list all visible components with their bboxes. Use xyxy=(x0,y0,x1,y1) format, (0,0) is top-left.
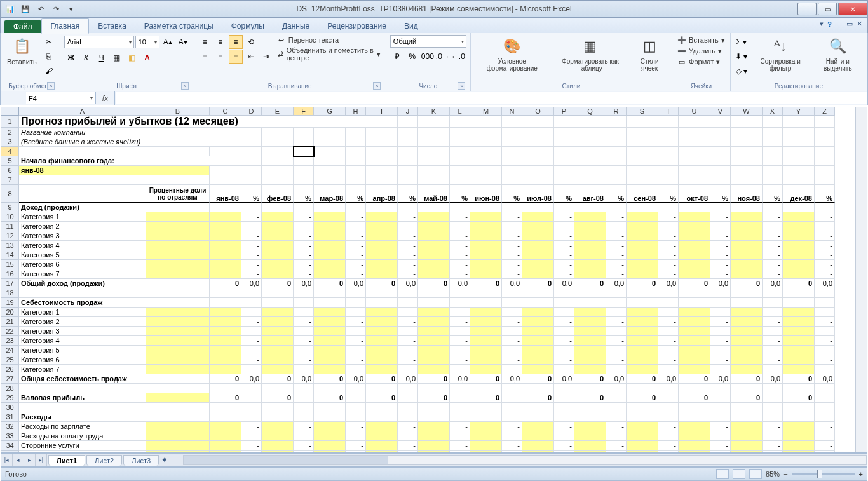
cell[interactable]: - xyxy=(241,422,262,431)
wrap-text-button[interactable]: ↩Перенос текста xyxy=(276,35,382,45)
cell[interactable]: - xyxy=(502,327,522,336)
column-header-T[interactable]: T xyxy=(658,107,679,116)
cell[interactable]: янв-08 xyxy=(19,166,146,175)
cell[interactable] xyxy=(574,431,606,441)
cell[interactable]: 0 xyxy=(314,393,346,403)
cell[interactable]: - xyxy=(398,365,418,374)
cell[interactable] xyxy=(470,116,502,128)
row-header-11[interactable]: 11 xyxy=(1,222,19,231)
copy-icon[interactable]: ⎘ xyxy=(42,50,56,64)
cell[interactable]: дек-08 xyxy=(783,185,815,203)
cell[interactable]: % xyxy=(398,185,418,203)
cell[interactable] xyxy=(522,327,554,336)
format-painter-icon[interactable]: 🖌 xyxy=(42,64,56,78)
cell[interactable] xyxy=(418,175,450,185)
cell[interactable] xyxy=(574,422,606,431)
cell[interactable] xyxy=(627,156,658,166)
cell[interactable]: - xyxy=(294,441,314,451)
cell[interactable] xyxy=(606,298,627,308)
cell[interactable] xyxy=(574,128,606,137)
cell[interactable]: - xyxy=(346,222,366,231)
cell[interactable] xyxy=(606,412,627,422)
cell[interactable] xyxy=(522,431,554,441)
help-icon[interactable]: ? xyxy=(827,20,832,28)
cell[interactable]: 0,0 xyxy=(346,279,366,288)
cell[interactable]: 0 xyxy=(210,393,241,403)
cell[interactable] xyxy=(294,128,314,137)
row-header-17[interactable]: 17 xyxy=(1,279,19,288)
cell[interactable] xyxy=(398,203,418,212)
cell[interactable] xyxy=(522,346,554,355)
cell[interactable]: % xyxy=(450,185,470,203)
cell-styles-button[interactable]: ◫Стили ячеек xyxy=(631,35,668,73)
cell[interactable]: 0,0 xyxy=(502,279,522,288)
cell[interactable] xyxy=(210,203,241,212)
cell[interactable]: % xyxy=(763,185,783,203)
cell[interactable]: - xyxy=(658,431,679,441)
cell[interactable] xyxy=(783,222,815,231)
cell[interactable] xyxy=(346,403,366,412)
cell[interactable]: 0 xyxy=(470,374,502,384)
cell[interactable] xyxy=(450,384,470,393)
cell[interactable] xyxy=(731,336,763,346)
cell[interactable] xyxy=(522,365,554,374)
cell[interactable] xyxy=(627,116,658,128)
cell[interactable] xyxy=(522,147,554,156)
cell[interactable]: - xyxy=(763,250,783,260)
cell[interactable]: - xyxy=(294,317,314,327)
cell[interactable] xyxy=(262,422,294,431)
cell[interactable] xyxy=(210,365,241,374)
cell[interactable]: - xyxy=(346,355,366,365)
cell[interactable] xyxy=(146,384,210,393)
cell[interactable]: - xyxy=(241,365,262,374)
horizontal-scrollbar[interactable] xyxy=(183,455,867,465)
cell[interactable]: - xyxy=(346,269,366,279)
cell[interactable] xyxy=(627,298,658,308)
cell[interactable] xyxy=(554,203,574,212)
column-header-D[interactable]: D xyxy=(241,107,262,116)
cell[interactable]: 0 xyxy=(679,279,710,288)
cell[interactable]: 0 xyxy=(366,279,398,288)
column-header-O[interactable]: O xyxy=(522,107,554,116)
cell[interactable] xyxy=(366,166,398,175)
cell[interactable]: 0,0 xyxy=(606,279,627,288)
cell[interactable] xyxy=(262,327,294,336)
format-table-button[interactable]: ▦Форматировать как таблицу xyxy=(552,35,628,73)
cell[interactable] xyxy=(679,288,710,298)
delete-cells-button[interactable]: ➖Удалить ▾ xyxy=(676,46,726,56)
minimize-ribbon-icon[interactable]: ▾ xyxy=(820,20,824,28)
cell[interactable]: - xyxy=(346,327,366,336)
cell[interactable] xyxy=(554,166,574,175)
cell[interactable]: % xyxy=(606,185,627,203)
cell[interactable] xyxy=(450,393,470,403)
cell[interactable]: - xyxy=(450,222,470,231)
cell[interactable] xyxy=(19,147,146,156)
cell[interactable]: 0,0 xyxy=(606,374,627,384)
orientation-icon[interactable]: ⟲ xyxy=(244,35,258,49)
cell[interactable]: - xyxy=(346,308,366,317)
cell[interactable]: мар-08 xyxy=(314,185,346,203)
cell[interactable] xyxy=(783,308,815,317)
cell[interactable]: 0,0 xyxy=(241,374,262,384)
cell[interactable] xyxy=(346,298,366,308)
cell[interactable]: Начало финансового года: xyxy=(19,156,241,166)
cell[interactable] xyxy=(658,412,679,422)
cell[interactable]: - xyxy=(398,222,418,231)
row-header-19[interactable]: 19 xyxy=(1,298,19,308)
cell[interactable] xyxy=(658,175,679,185)
cell[interactable] xyxy=(679,308,710,317)
cell[interactable]: - xyxy=(450,241,470,250)
cell[interactable]: Категория 5 xyxy=(19,250,146,260)
cell[interactable] xyxy=(574,403,606,412)
cell[interactable]: - xyxy=(815,431,835,441)
cell[interactable] xyxy=(522,412,554,422)
cell[interactable] xyxy=(146,175,210,185)
cell[interactable] xyxy=(627,147,658,156)
row-header-1[interactable]: 1 xyxy=(1,116,19,128)
cell[interactable]: - xyxy=(763,365,783,374)
column-header-M[interactable]: M xyxy=(470,107,502,116)
column-header-Y[interactable]: Y xyxy=(783,107,815,116)
cell[interactable] xyxy=(554,403,574,412)
cell[interactable] xyxy=(366,203,398,212)
cell[interactable]: - xyxy=(294,422,314,431)
